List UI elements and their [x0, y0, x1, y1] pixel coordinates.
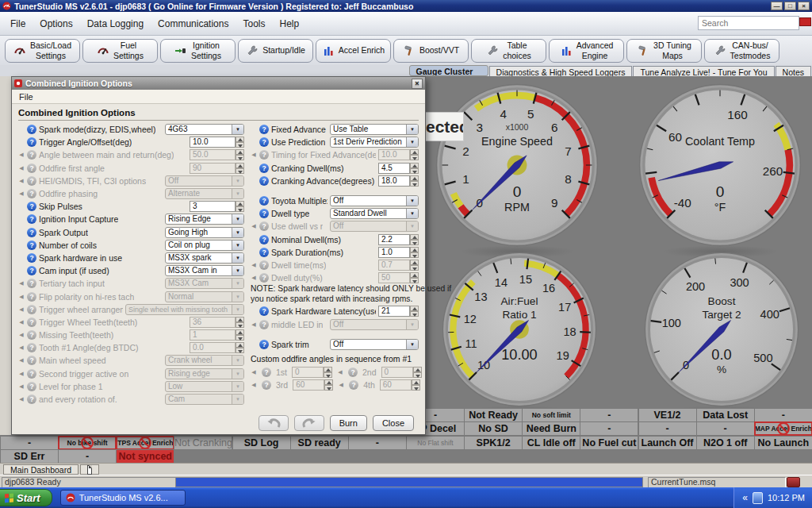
cam-input-if-used-select[interactable]: MS3X Cam in▼ [165, 265, 244, 276]
tab-main-dashboard[interactable]: Main Dashboard [3, 464, 79, 475]
help-icon[interactable]: ? [27, 150, 36, 160]
spin-down-icon[interactable] [410, 240, 419, 245]
spin-down-icon[interactable] [410, 311, 419, 317]
help-icon[interactable]: ? [259, 137, 269, 147]
taskbar-item-tunerstudio[interactable]: TunerStudio MS v2.6... [60, 490, 186, 506]
help-icon[interactable]: ? [27, 369, 36, 379]
spin-down-icon[interactable] [410, 278, 419, 283]
help-icon[interactable]: ? [27, 228, 36, 237]
spin-up-icon[interactable] [236, 329, 244, 335]
tray-expand-button[interactable]: « [742, 492, 748, 503]
help-icon[interactable]: ? [27, 382, 36, 391]
minimize-button[interactable]: — [771, 2, 783, 10]
help-icon[interactable]: ? [259, 164, 269, 173]
help-icon[interactable]: ? [27, 305, 36, 314]
help-icon[interactable]: ? [27, 164, 36, 173]
help-icon[interactable]: ? [259, 221, 269, 231]
dialog-close-button[interactable]: × [412, 79, 423, 89]
spin-up-icon[interactable] [236, 342, 244, 348]
spark-mode-dizzy-edis-wheel-select[interactable]: 4G63▼ [165, 124, 244, 135]
help-icon[interactable]: ? [27, 253, 36, 263]
menu-help[interactable]: Help [272, 16, 306, 32]
spin-up-icon[interactable] [410, 260, 419, 265]
spin-down-icon[interactable] [410, 181, 419, 187]
spin-down-icon[interactable] [412, 385, 420, 391]
spin-down-icon[interactable] [236, 322, 244, 328]
spin-down-icon[interactable] [236, 142, 244, 148]
help-icon[interactable]: ? [27, 330, 36, 340]
spin-up-icon[interactable] [410, 163, 419, 168]
close-dialog-button[interactable]: Close [373, 415, 414, 431]
skip-pulses-spinner[interactable]: 3 [190, 201, 244, 212]
spark-hardware-latency-usec-spinner[interactable]: 21 [378, 306, 419, 317]
number-of-coils-select[interactable]: Coil on plug▼ [165, 240, 244, 251]
help-icon[interactable]: ? [27, 176, 36, 186]
menu-data-logging[interactable]: Data Logging [80, 16, 151, 32]
maximize-button[interactable]: □ [784, 2, 796, 10]
menu-file[interactable]: File [3, 16, 33, 32]
help-icon[interactable]: ? [259, 306, 269, 316]
close-button[interactable]: × [798, 2, 810, 10]
spark-trim-select[interactable]: Off▼ [330, 339, 419, 350]
cranking-advance-degrees-spinner[interactable]: 18.0 [378, 175, 419, 187]
help-icon[interactable]: ? [259, 125, 269, 134]
help-icon[interactable]: ? [27, 125, 36, 134]
help-icon[interactable]: ? [262, 368, 271, 377]
ignition-input-capture-select[interactable]: Rising Edge▼ [165, 214, 244, 225]
help-icon[interactable]: ? [27, 189, 36, 198]
new-dashboard-tab-button[interactable] [80, 464, 99, 475]
help-icon[interactable]: ? [349, 380, 358, 390]
tab-notes[interactable]: Notes [776, 66, 811, 76]
help-icon[interactable]: ? [259, 340, 269, 349]
help-icon[interactable]: ? [259, 150, 269, 160]
spark-duration-ms-spinner[interactable]: 1.0 [378, 247, 419, 258]
spin-up-icon[interactable] [410, 306, 419, 311]
search-input[interactable] [698, 16, 799, 30]
help-icon[interactable]: ? [27, 266, 36, 275]
spin-down-icon[interactable] [410, 265, 419, 271]
use-prediction-select[interactable]: 1st Deriv Prediction▼ [330, 137, 419, 148]
dwell-type-select[interactable]: Standard Dwell▼ [330, 208, 419, 219]
help-icon[interactable]: ? [259, 209, 269, 218]
help-icon[interactable]: ? [259, 196, 269, 206]
spin-down-icon[interactable] [236, 335, 244, 341]
help-icon[interactable]: ? [27, 202, 36, 211]
toolbar-button-startup-idle[interactable]: Startup/Idle [238, 39, 313, 63]
spin-down-icon[interactable] [324, 385, 333, 391]
help-icon[interactable]: ? [259, 273, 269, 283]
toolbar-button-advanced-engine[interactable]: Advanced Engine [549, 39, 624, 63]
fixed-advance-select[interactable]: Use Table▼ [330, 124, 419, 135]
menu-tools[interactable]: Tools [236, 16, 272, 32]
spin-down-icon[interactable] [410, 155, 419, 160]
help-icon[interactable]: ? [262, 380, 271, 390]
spark-hardware-in-use-select[interactable]: MS3X spark▼ [165, 252, 244, 264]
nominal-dwell-ms-spinner[interactable]: 2.2 [378, 234, 419, 245]
spin-up-icon[interactable] [410, 175, 419, 181]
help-icon[interactable]: ? [259, 260, 269, 270]
spin-up-icon[interactable] [410, 272, 419, 278]
spin-down-icon[interactable] [324, 372, 332, 378]
cranking-dwell-ms-spinner[interactable]: 4.5 [378, 163, 419, 174]
toolbar-button-accel-enrich[interactable]: Accel Enrich [316, 39, 391, 63]
undo-button[interactable] [259, 415, 289, 431]
spin-up-icon[interactable] [236, 201, 244, 206]
spin-up-icon[interactable] [410, 247, 419, 252]
toolbar-button-table-choices[interactable]: Table choices [471, 39, 546, 63]
help-icon[interactable]: ? [27, 137, 36, 147]
spin-up-icon[interactable] [236, 137, 244, 142]
help-icon[interactable]: ? [27, 279, 36, 288]
spin-down-icon[interactable] [236, 168, 244, 174]
spin-down-icon[interactable] [236, 348, 244, 353]
help-icon[interactable]: ? [27, 394, 36, 404]
spin-up-icon[interactable] [412, 379, 420, 385]
tab-gauge-cluster[interactable]: Gauge Cluster [409, 65, 488, 76]
help-icon[interactable]: ? [27, 318, 36, 327]
burn-button[interactable]: Burn [330, 415, 367, 431]
spin-up-icon[interactable] [410, 149, 419, 155]
toyota-multiplex-select[interactable]: Off▼ [330, 195, 419, 206]
spin-up-icon[interactable] [413, 367, 422, 372]
help-icon[interactable]: ? [348, 368, 358, 377]
toolbar-button-boost-vvt[interactable]: Boost/VVT [393, 39, 469, 63]
toolbar-button-can-bus-testmodes[interactable]: CAN-bus/ Testmodes [704, 39, 779, 63]
help-icon[interactable]: ? [259, 176, 269, 186]
